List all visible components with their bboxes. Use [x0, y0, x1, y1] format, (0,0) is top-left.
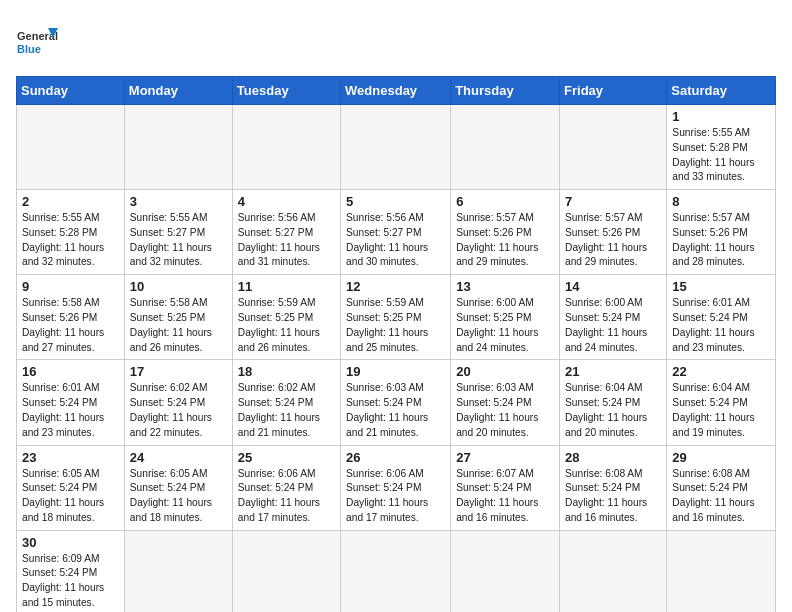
- calendar-day: 6Sunrise: 5:57 AM Sunset: 5:26 PM Daylig…: [451, 190, 560, 275]
- day-info: Sunrise: 6:06 AM Sunset: 5:24 PM Dayligh…: [346, 467, 445, 526]
- weekday-header-row: SundayMondayTuesdayWednesdayThursdayFrid…: [17, 77, 776, 105]
- logo-svg: General Blue: [16, 24, 58, 66]
- calendar-day: [560, 105, 667, 190]
- day-info: Sunrise: 5:56 AM Sunset: 5:27 PM Dayligh…: [238, 211, 335, 270]
- day-info: Sunrise: 6:05 AM Sunset: 5:24 PM Dayligh…: [130, 467, 227, 526]
- calendar-day: 7Sunrise: 5:57 AM Sunset: 5:26 PM Daylig…: [560, 190, 667, 275]
- calendar-day: 17Sunrise: 6:02 AM Sunset: 5:24 PM Dayli…: [124, 360, 232, 445]
- calendar-day: 22Sunrise: 6:04 AM Sunset: 5:24 PM Dayli…: [667, 360, 776, 445]
- calendar-day: 13Sunrise: 6:00 AM Sunset: 5:25 PM Dayli…: [451, 275, 560, 360]
- day-number: 12: [346, 279, 445, 294]
- calendar-day: 15Sunrise: 6:01 AM Sunset: 5:24 PM Dayli…: [667, 275, 776, 360]
- calendar-day: 30Sunrise: 6:09 AM Sunset: 5:24 PM Dayli…: [17, 530, 125, 612]
- day-info: Sunrise: 5:55 AM Sunset: 5:27 PM Dayligh…: [130, 211, 227, 270]
- weekday-header-friday: Friday: [560, 77, 667, 105]
- weekday-header-thursday: Thursday: [451, 77, 560, 105]
- calendar-day: [667, 530, 776, 612]
- day-number: 22: [672, 364, 770, 379]
- calendar-day: 14Sunrise: 6:00 AM Sunset: 5:24 PM Dayli…: [560, 275, 667, 360]
- calendar: SundayMondayTuesdayWednesdayThursdayFrid…: [16, 76, 776, 612]
- day-number: 4: [238, 194, 335, 209]
- day-number: 21: [565, 364, 661, 379]
- calendar-day: 26Sunrise: 6:06 AM Sunset: 5:24 PM Dayli…: [341, 445, 451, 530]
- day-info: Sunrise: 5:57 AM Sunset: 5:26 PM Dayligh…: [672, 211, 770, 270]
- day-info: Sunrise: 6:07 AM Sunset: 5:24 PM Dayligh…: [456, 467, 554, 526]
- day-number: 23: [22, 450, 119, 465]
- day-number: 15: [672, 279, 770, 294]
- weekday-header-monday: Monday: [124, 77, 232, 105]
- day-info: Sunrise: 5:57 AM Sunset: 5:26 PM Dayligh…: [565, 211, 661, 270]
- calendar-week-row: 2Sunrise: 5:55 AM Sunset: 5:28 PM Daylig…: [17, 190, 776, 275]
- calendar-day: 4Sunrise: 5:56 AM Sunset: 5:27 PM Daylig…: [232, 190, 340, 275]
- day-number: 3: [130, 194, 227, 209]
- day-number: 26: [346, 450, 445, 465]
- day-number: 16: [22, 364, 119, 379]
- calendar-week-row: 23Sunrise: 6:05 AM Sunset: 5:24 PM Dayli…: [17, 445, 776, 530]
- calendar-week-row: 1Sunrise: 5:55 AM Sunset: 5:28 PM Daylig…: [17, 105, 776, 190]
- calendar-day: [341, 530, 451, 612]
- day-number: 19: [346, 364, 445, 379]
- calendar-day: [451, 530, 560, 612]
- calendar-day: 20Sunrise: 6:03 AM Sunset: 5:24 PM Dayli…: [451, 360, 560, 445]
- calendar-day: 3Sunrise: 5:55 AM Sunset: 5:27 PM Daylig…: [124, 190, 232, 275]
- svg-text:Blue: Blue: [17, 43, 41, 55]
- day-info: Sunrise: 6:09 AM Sunset: 5:24 PM Dayligh…: [22, 552, 119, 611]
- day-number: 6: [456, 194, 554, 209]
- day-info: Sunrise: 6:03 AM Sunset: 5:24 PM Dayligh…: [346, 381, 445, 440]
- calendar-day: 28Sunrise: 6:08 AM Sunset: 5:24 PM Dayli…: [560, 445, 667, 530]
- day-info: Sunrise: 5:57 AM Sunset: 5:26 PM Dayligh…: [456, 211, 554, 270]
- calendar-day: 29Sunrise: 6:08 AM Sunset: 5:24 PM Dayli…: [667, 445, 776, 530]
- calendar-day: [232, 105, 340, 190]
- calendar-day: 27Sunrise: 6:07 AM Sunset: 5:24 PM Dayli…: [451, 445, 560, 530]
- calendar-day: 9Sunrise: 5:58 AM Sunset: 5:26 PM Daylig…: [17, 275, 125, 360]
- day-number: 5: [346, 194, 445, 209]
- header-section: General Blue: [16, 16, 776, 66]
- day-info: Sunrise: 6:08 AM Sunset: 5:24 PM Dayligh…: [565, 467, 661, 526]
- calendar-day: [124, 105, 232, 190]
- calendar-day: [341, 105, 451, 190]
- weekday-header-sunday: Sunday: [17, 77, 125, 105]
- day-info: Sunrise: 6:04 AM Sunset: 5:24 PM Dayligh…: [672, 381, 770, 440]
- day-info: Sunrise: 6:01 AM Sunset: 5:24 PM Dayligh…: [22, 381, 119, 440]
- calendar-week-row: 9Sunrise: 5:58 AM Sunset: 5:26 PM Daylig…: [17, 275, 776, 360]
- calendar-day: 1Sunrise: 5:55 AM Sunset: 5:28 PM Daylig…: [667, 105, 776, 190]
- calendar-day: [560, 530, 667, 612]
- day-number: 29: [672, 450, 770, 465]
- logo: General Blue: [16, 24, 58, 66]
- day-number: 25: [238, 450, 335, 465]
- calendar-day: [232, 530, 340, 612]
- day-info: Sunrise: 6:02 AM Sunset: 5:24 PM Dayligh…: [238, 381, 335, 440]
- weekday-header-saturday: Saturday: [667, 77, 776, 105]
- calendar-day: 2Sunrise: 5:55 AM Sunset: 5:28 PM Daylig…: [17, 190, 125, 275]
- weekday-header-tuesday: Tuesday: [232, 77, 340, 105]
- calendar-day: 10Sunrise: 5:58 AM Sunset: 5:25 PM Dayli…: [124, 275, 232, 360]
- day-number: 2: [22, 194, 119, 209]
- day-number: 9: [22, 279, 119, 294]
- calendar-day: 12Sunrise: 5:59 AM Sunset: 5:25 PM Dayli…: [341, 275, 451, 360]
- calendar-day: [17, 105, 125, 190]
- calendar-day: 25Sunrise: 6:06 AM Sunset: 5:24 PM Dayli…: [232, 445, 340, 530]
- day-number: 7: [565, 194, 661, 209]
- calendar-day: 5Sunrise: 5:56 AM Sunset: 5:27 PM Daylig…: [341, 190, 451, 275]
- day-number: 10: [130, 279, 227, 294]
- day-number: 8: [672, 194, 770, 209]
- day-info: Sunrise: 5:59 AM Sunset: 5:25 PM Dayligh…: [238, 296, 335, 355]
- day-info: Sunrise: 6:03 AM Sunset: 5:24 PM Dayligh…: [456, 381, 554, 440]
- day-number: 18: [238, 364, 335, 379]
- day-number: 13: [456, 279, 554, 294]
- day-number: 27: [456, 450, 554, 465]
- day-number: 24: [130, 450, 227, 465]
- day-info: Sunrise: 6:06 AM Sunset: 5:24 PM Dayligh…: [238, 467, 335, 526]
- calendar-week-row: 16Sunrise: 6:01 AM Sunset: 5:24 PM Dayli…: [17, 360, 776, 445]
- calendar-day: [124, 530, 232, 612]
- calendar-day: 16Sunrise: 6:01 AM Sunset: 5:24 PM Dayli…: [17, 360, 125, 445]
- day-number: 20: [456, 364, 554, 379]
- day-info: Sunrise: 6:00 AM Sunset: 5:25 PM Dayligh…: [456, 296, 554, 355]
- day-info: Sunrise: 5:59 AM Sunset: 5:25 PM Dayligh…: [346, 296, 445, 355]
- calendar-day: 11Sunrise: 5:59 AM Sunset: 5:25 PM Dayli…: [232, 275, 340, 360]
- calendar-day: 8Sunrise: 5:57 AM Sunset: 5:26 PM Daylig…: [667, 190, 776, 275]
- calendar-day: 21Sunrise: 6:04 AM Sunset: 5:24 PM Dayli…: [560, 360, 667, 445]
- day-number: 14: [565, 279, 661, 294]
- day-info: Sunrise: 6:00 AM Sunset: 5:24 PM Dayligh…: [565, 296, 661, 355]
- calendar-day: 23Sunrise: 6:05 AM Sunset: 5:24 PM Dayli…: [17, 445, 125, 530]
